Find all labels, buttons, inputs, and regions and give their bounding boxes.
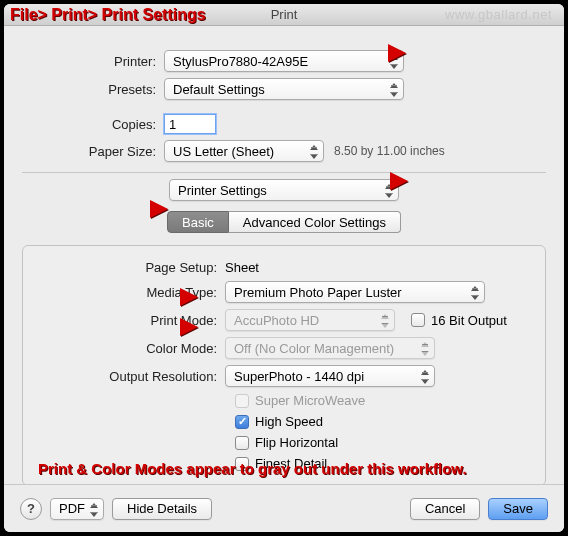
color-mode-label: Color Mode: [35, 341, 225, 356]
finest-detail-checkbox[interactable]: Finest Detail [235, 456, 533, 471]
copies-label: Copies: [4, 117, 164, 132]
output-resolution-select[interactable]: SuperPhoto - 1440 dpi [225, 365, 435, 387]
tab-advanced-label: Advanced Color Settings [243, 215, 386, 230]
print-mode-value: AccuPhoto HD [234, 313, 319, 328]
divider [22, 172, 546, 173]
color-mode-value: Off (No Color Management) [234, 341, 394, 356]
window-title: Print [271, 7, 298, 22]
page-setup-value: Sheet [225, 260, 259, 275]
print-mode-select: AccuPhoto HD [225, 309, 395, 331]
paper-size-hint: 8.50 by 11.00 inches [334, 144, 445, 158]
media-type-label: Media Type: [35, 285, 225, 300]
pdf-label: PDF [59, 501, 85, 516]
presets-select[interactable]: Default Settings [164, 78, 404, 100]
dialog-footer: ? PDF Hide Details Cancel Save [4, 484, 564, 532]
updown-icon [379, 312, 391, 330]
cancel-label: Cancel [425, 501, 465, 516]
finest-detail-label: Finest Detail [255, 456, 327, 471]
color-mode-select: Off (No Color Management) [225, 337, 435, 359]
super-microweave-checkbox: Super MicroWeave [235, 393, 533, 408]
tab-basic-label: Basic [182, 215, 214, 230]
dialog-body: Printer: StylusPro7880-42A95E Presets: D… [4, 26, 564, 486]
print-dialog: Print www.gballard.net Printer: StylusPr… [4, 4, 564, 532]
updown-icon [383, 182, 395, 200]
checkbox-icon [235, 394, 249, 408]
tab-basic[interactable]: Basic [167, 211, 229, 233]
super-microweave-label: Super MicroWeave [255, 393, 365, 408]
high-speed-checkbox[interactable]: High Speed [235, 414, 533, 429]
panel-select[interactable]: Printer Settings [169, 179, 399, 201]
presets-value: Default Settings [173, 82, 265, 97]
copies-input[interactable] [164, 114, 216, 134]
printer-value: StylusPro7880-42A95E [173, 54, 308, 69]
high-speed-label: High Speed [255, 414, 323, 429]
media-type-select[interactable]: Premium Photo Paper Luster [225, 281, 485, 303]
tab-advanced-color-settings[interactable]: Advanced Color Settings [229, 211, 401, 233]
paper-size-value: US Letter (Sheet) [173, 144, 274, 159]
media-type-value: Premium Photo Paper Luster [234, 285, 402, 300]
settings-tabs: Basic Advanced Color Settings [4, 211, 564, 233]
save-button[interactable]: Save [488, 498, 548, 520]
printer-label: Printer: [4, 54, 164, 69]
save-label: Save [503, 501, 533, 516]
sixteen-bit-checkbox[interactable]: 16 Bit Output [411, 313, 507, 328]
updown-icon [419, 340, 431, 358]
updown-icon [419, 368, 431, 386]
paper-size-select[interactable]: US Letter (Sheet) [164, 140, 324, 162]
flip-horizontal-label: Flip Horizontal [255, 435, 338, 450]
sixteen-bit-label: 16 Bit Output [431, 313, 507, 328]
help-button[interactable]: ? [20, 498, 42, 520]
cancel-button[interactable]: Cancel [410, 498, 480, 520]
checkbox-icon [411, 313, 425, 327]
printer-settings-group: Page Setup: Sheet Media Type: Premium Ph… [22, 245, 546, 486]
print-mode-label: Print Mode: [35, 313, 225, 328]
hide-details-label: Hide Details [127, 501, 197, 516]
checkbox-icon [235, 457, 249, 471]
updown-icon [308, 143, 320, 161]
updown-icon [469, 284, 481, 302]
printer-select[interactable]: StylusPro7880-42A95E [164, 50, 404, 72]
output-resolution-label: Output Resolution: [35, 369, 225, 384]
hide-details-button[interactable]: Hide Details [112, 498, 212, 520]
presets-label: Presets: [4, 82, 164, 97]
output-resolution-value: SuperPhoto - 1440 dpi [234, 369, 364, 384]
titlebar: Print www.gballard.net [4, 4, 564, 26]
chevron-down-icon [88, 501, 100, 519]
panel-value: Printer Settings [178, 183, 267, 198]
checkbox-icon [235, 415, 249, 429]
pdf-menu[interactable]: PDF [50, 498, 104, 520]
paper-size-label: Paper Size: [4, 144, 164, 159]
checkbox-icon [235, 436, 249, 450]
updown-icon [388, 81, 400, 99]
page-setup-label: Page Setup: [35, 260, 225, 275]
watermark: www.gballard.net [445, 4, 552, 26]
updown-icon [388, 53, 400, 71]
flip-horizontal-checkbox[interactable]: Flip Horizontal [235, 435, 533, 450]
help-icon: ? [27, 501, 35, 516]
options-stack: Super MicroWeave High Speed Flip Horizon… [235, 393, 533, 471]
